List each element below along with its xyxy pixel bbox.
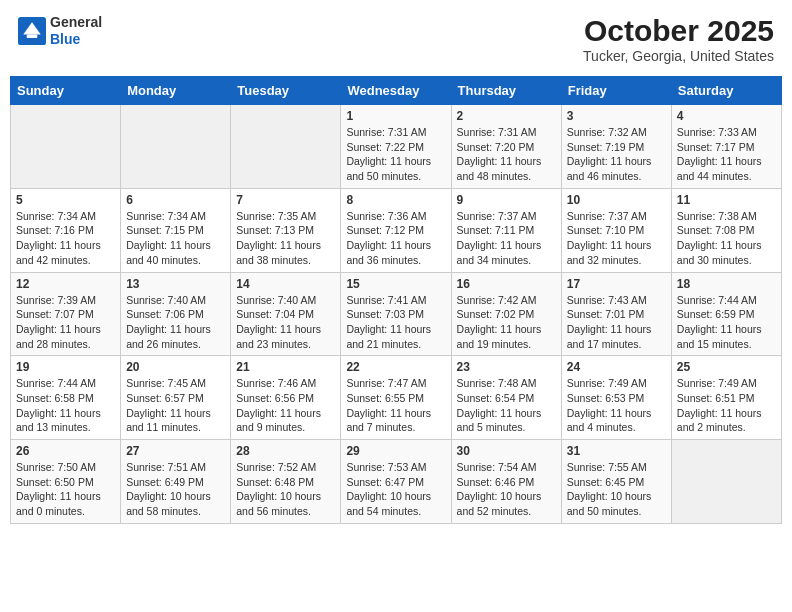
day-number: 1 <box>346 109 445 123</box>
day-info: Sunrise: 7:47 AM Sunset: 6:55 PM Dayligh… <box>346 376 445 435</box>
calendar-cell: 25Sunrise: 7:49 AM Sunset: 6:51 PM Dayli… <box>671 356 781 440</box>
calendar-week-row: 26Sunrise: 7:50 AM Sunset: 6:50 PM Dayli… <box>11 440 782 524</box>
day-number: 2 <box>457 109 556 123</box>
calendar-week-row: 1Sunrise: 7:31 AM Sunset: 7:22 PM Daylig… <box>11 105 782 189</box>
calendar-cell: 13Sunrise: 7:40 AM Sunset: 7:06 PM Dayli… <box>121 272 231 356</box>
calendar-cell: 20Sunrise: 7:45 AM Sunset: 6:57 PM Dayli… <box>121 356 231 440</box>
calendar-cell: 14Sunrise: 7:40 AM Sunset: 7:04 PM Dayli… <box>231 272 341 356</box>
day-info: Sunrise: 7:49 AM Sunset: 6:53 PM Dayligh… <box>567 376 666 435</box>
svg-rect-2 <box>27 34 38 38</box>
day-info: Sunrise: 7:50 AM Sunset: 6:50 PM Dayligh… <box>16 460 115 519</box>
day-number: 26 <box>16 444 115 458</box>
day-number: 16 <box>457 277 556 291</box>
calendar-cell <box>11 105 121 189</box>
day-info: Sunrise: 7:33 AM Sunset: 7:17 PM Dayligh… <box>677 125 776 184</box>
day-number: 25 <box>677 360 776 374</box>
calendar-cell: 31Sunrise: 7:55 AM Sunset: 6:45 PM Dayli… <box>561 440 671 524</box>
day-info: Sunrise: 7:37 AM Sunset: 7:10 PM Dayligh… <box>567 209 666 268</box>
weekday-header-saturday: Saturday <box>671 77 781 105</box>
day-number: 22 <box>346 360 445 374</box>
location-text: Tucker, Georgia, United States <box>583 48 774 64</box>
day-info: Sunrise: 7:52 AM Sunset: 6:48 PM Dayligh… <box>236 460 335 519</box>
day-info: Sunrise: 7:40 AM Sunset: 7:06 PM Dayligh… <box>126 293 225 352</box>
calendar-cell: 8Sunrise: 7:36 AM Sunset: 7:12 PM Daylig… <box>341 188 451 272</box>
day-number: 15 <box>346 277 445 291</box>
day-info: Sunrise: 7:31 AM Sunset: 7:22 PM Dayligh… <box>346 125 445 184</box>
calendar-cell: 23Sunrise: 7:48 AM Sunset: 6:54 PM Dayli… <box>451 356 561 440</box>
page-header: General Blue October 2025 Tucker, Georgi… <box>10 10 782 68</box>
calendar-cell: 18Sunrise: 7:44 AM Sunset: 6:59 PM Dayli… <box>671 272 781 356</box>
weekday-header-tuesday: Tuesday <box>231 77 341 105</box>
day-info: Sunrise: 7:55 AM Sunset: 6:45 PM Dayligh… <box>567 460 666 519</box>
day-info: Sunrise: 7:43 AM Sunset: 7:01 PM Dayligh… <box>567 293 666 352</box>
weekday-header-friday: Friday <box>561 77 671 105</box>
day-number: 13 <box>126 277 225 291</box>
weekday-header-row: SundayMondayTuesdayWednesdayThursdayFrid… <box>11 77 782 105</box>
day-number: 31 <box>567 444 666 458</box>
day-number: 21 <box>236 360 335 374</box>
day-info: Sunrise: 7:34 AM Sunset: 7:16 PM Dayligh… <box>16 209 115 268</box>
logo-icon <box>18 17 46 45</box>
calendar-cell: 22Sunrise: 7:47 AM Sunset: 6:55 PM Dayli… <box>341 356 451 440</box>
day-number: 18 <box>677 277 776 291</box>
calendar-week-row: 5Sunrise: 7:34 AM Sunset: 7:16 PM Daylig… <box>11 188 782 272</box>
calendar-cell: 10Sunrise: 7:37 AM Sunset: 7:10 PM Dayli… <box>561 188 671 272</box>
day-number: 8 <box>346 193 445 207</box>
logo-general-text: General <box>50 14 102 31</box>
day-number: 11 <box>677 193 776 207</box>
calendar-cell: 28Sunrise: 7:52 AM Sunset: 6:48 PM Dayli… <box>231 440 341 524</box>
calendar-cell: 26Sunrise: 7:50 AM Sunset: 6:50 PM Dayli… <box>11 440 121 524</box>
day-info: Sunrise: 7:54 AM Sunset: 6:46 PM Dayligh… <box>457 460 556 519</box>
day-info: Sunrise: 7:49 AM Sunset: 6:51 PM Dayligh… <box>677 376 776 435</box>
day-number: 5 <box>16 193 115 207</box>
calendar-cell <box>671 440 781 524</box>
day-info: Sunrise: 7:32 AM Sunset: 7:19 PM Dayligh… <box>567 125 666 184</box>
day-number: 7 <box>236 193 335 207</box>
day-number: 10 <box>567 193 666 207</box>
day-info: Sunrise: 7:46 AM Sunset: 6:56 PM Dayligh… <box>236 376 335 435</box>
weekday-header-sunday: Sunday <box>11 77 121 105</box>
calendar-cell <box>121 105 231 189</box>
calendar-cell: 30Sunrise: 7:54 AM Sunset: 6:46 PM Dayli… <box>451 440 561 524</box>
day-info: Sunrise: 7:44 AM Sunset: 6:58 PM Dayligh… <box>16 376 115 435</box>
calendar-cell: 15Sunrise: 7:41 AM Sunset: 7:03 PM Dayli… <box>341 272 451 356</box>
day-number: 14 <box>236 277 335 291</box>
day-info: Sunrise: 7:40 AM Sunset: 7:04 PM Dayligh… <box>236 293 335 352</box>
calendar-cell: 29Sunrise: 7:53 AM Sunset: 6:47 PM Dayli… <box>341 440 451 524</box>
day-info: Sunrise: 7:38 AM Sunset: 7:08 PM Dayligh… <box>677 209 776 268</box>
day-info: Sunrise: 7:39 AM Sunset: 7:07 PM Dayligh… <box>16 293 115 352</box>
day-number: 12 <box>16 277 115 291</box>
calendar-cell: 17Sunrise: 7:43 AM Sunset: 7:01 PM Dayli… <box>561 272 671 356</box>
day-info: Sunrise: 7:37 AM Sunset: 7:11 PM Dayligh… <box>457 209 556 268</box>
title-block: October 2025 Tucker, Georgia, United Sta… <box>583 14 774 64</box>
day-info: Sunrise: 7:45 AM Sunset: 6:57 PM Dayligh… <box>126 376 225 435</box>
day-number: 20 <box>126 360 225 374</box>
day-info: Sunrise: 7:42 AM Sunset: 7:02 PM Dayligh… <box>457 293 556 352</box>
day-info: Sunrise: 7:53 AM Sunset: 6:47 PM Dayligh… <box>346 460 445 519</box>
day-info: Sunrise: 7:36 AM Sunset: 7:12 PM Dayligh… <box>346 209 445 268</box>
day-number: 17 <box>567 277 666 291</box>
calendar-cell: 7Sunrise: 7:35 AM Sunset: 7:13 PM Daylig… <box>231 188 341 272</box>
day-number: 27 <box>126 444 225 458</box>
calendar-cell: 12Sunrise: 7:39 AM Sunset: 7:07 PM Dayli… <box>11 272 121 356</box>
calendar-cell: 4Sunrise: 7:33 AM Sunset: 7:17 PM Daylig… <box>671 105 781 189</box>
weekday-header-thursday: Thursday <box>451 77 561 105</box>
calendar-cell: 24Sunrise: 7:49 AM Sunset: 6:53 PM Dayli… <box>561 356 671 440</box>
day-number: 29 <box>346 444 445 458</box>
weekday-header-monday: Monday <box>121 77 231 105</box>
day-number: 4 <box>677 109 776 123</box>
day-info: Sunrise: 7:48 AM Sunset: 6:54 PM Dayligh… <box>457 376 556 435</box>
calendar-table: SundayMondayTuesdayWednesdayThursdayFrid… <box>10 76 782 524</box>
calendar-cell: 11Sunrise: 7:38 AM Sunset: 7:08 PM Dayli… <box>671 188 781 272</box>
day-number: 24 <box>567 360 666 374</box>
calendar-cell: 6Sunrise: 7:34 AM Sunset: 7:15 PM Daylig… <box>121 188 231 272</box>
calendar-cell <box>231 105 341 189</box>
weekday-header-wednesday: Wednesday <box>341 77 451 105</box>
month-title: October 2025 <box>583 14 774 48</box>
logo: General Blue <box>18 14 102 48</box>
calendar-cell: 19Sunrise: 7:44 AM Sunset: 6:58 PM Dayli… <box>11 356 121 440</box>
calendar-cell: 21Sunrise: 7:46 AM Sunset: 6:56 PM Dayli… <box>231 356 341 440</box>
day-number: 6 <box>126 193 225 207</box>
day-info: Sunrise: 7:34 AM Sunset: 7:15 PM Dayligh… <box>126 209 225 268</box>
calendar-cell: 9Sunrise: 7:37 AM Sunset: 7:11 PM Daylig… <box>451 188 561 272</box>
